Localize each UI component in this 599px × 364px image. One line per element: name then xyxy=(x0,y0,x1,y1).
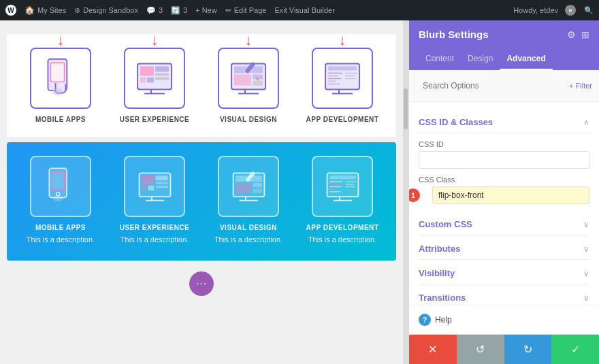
mobile-apps-icon-wrap xyxy=(30,48,91,109)
section-header-css-id-classes[interactable]: CSS ID & Classes ∧ xyxy=(419,112,589,133)
vd-icon xyxy=(228,56,269,101)
svg-rect-1 xyxy=(50,63,64,82)
dots-button[interactable]: ··· xyxy=(189,271,214,296)
admin-bar: W 🏠 My Sites ⚙ Design Sandbox 💬 3 🔄 3 + … xyxy=(0,0,599,20)
comments-count[interactable]: 💬 3 xyxy=(146,6,163,15)
blue-mobile-desc: This is a description. xyxy=(16,235,105,244)
vd-icon-wrap xyxy=(218,48,279,109)
expand-icon[interactable]: ⊞ xyxy=(581,29,589,40)
panel-content: CSS ID & Classes ∧ CSS ID CSS Class 1 Cu… xyxy=(409,102,599,305)
white-cards-section: ↓ MOBILE xyxy=(7,34,396,137)
card-visual-design: ↓ xyxy=(208,48,289,123)
css-id-label: CSS ID xyxy=(419,140,589,148)
my-sites-menu[interactable]: 🏠 My Sites xyxy=(25,5,66,15)
visibility-title: Visibility xyxy=(419,268,455,278)
scroll-thumb[interactable] xyxy=(404,88,408,129)
red-arrow-2: ↓ xyxy=(151,33,159,48)
chevron-up-icon: ∧ xyxy=(583,118,589,127)
chevron-down-icon-3: ∨ xyxy=(583,269,589,278)
svg-rect-58 xyxy=(329,176,356,180)
vd-label: VISUAL DESIGN xyxy=(220,116,277,123)
svg-rect-6 xyxy=(140,66,154,76)
exit-visual-builder[interactable]: Exit Visual Builder xyxy=(274,6,334,14)
blue-mobile-label: MOBILE APPS xyxy=(16,224,105,231)
css-id-input[interactable] xyxy=(419,151,589,169)
blue-card-appdev: APP DEVELOPMENT This is a description. xyxy=(298,156,387,244)
custom-css-title: Custom CSS xyxy=(419,219,472,229)
card-user-experience: ↓ USER xyxy=(114,48,195,123)
tab-content[interactable]: Content xyxy=(419,48,461,70)
design-sandbox-link[interactable]: ⚙ Design Sandbox xyxy=(74,6,138,14)
user-avatar: e xyxy=(565,5,576,16)
section-attributes: Attributes ∨ xyxy=(419,238,589,260)
blue-mobile-apps-icon xyxy=(30,156,91,217)
panel-title: Blurb Settings xyxy=(419,29,489,40)
blue-vd-label: VISUAL DESIGN xyxy=(204,224,293,231)
red-arrow-4: ↓ xyxy=(339,33,346,48)
float-button-area: ··· xyxy=(7,271,396,296)
mobile-apps-label: MOBILE APPS xyxy=(35,116,86,123)
svg-rect-24 xyxy=(328,66,357,70)
blue-mobile-icon xyxy=(42,166,80,207)
css-id-classes-body: CSS ID CSS Class 1 xyxy=(419,133,589,211)
tab-design[interactable]: Design xyxy=(461,48,500,70)
svg-rect-11 xyxy=(155,77,169,80)
blue-appdev-icon xyxy=(312,156,373,217)
blue-card-mobile-apps: MOBILE APPS This is a description. xyxy=(16,156,105,244)
tab-advanced[interactable]: Advanced xyxy=(500,48,552,70)
red-arrow-1: ↓ xyxy=(57,33,65,48)
section-custom-css: Custom CSS ∨ xyxy=(419,214,589,235)
search-input[interactable] xyxy=(416,76,569,96)
user-menu[interactable]: Howdy, etdev e xyxy=(513,5,576,16)
chevron-down-icon-4: ∨ xyxy=(583,293,589,303)
save-button[interactable]: ✓ xyxy=(551,335,599,364)
search-bar: + Filter xyxy=(409,70,599,102)
blue-ux-label: USER EXPERIENCE xyxy=(110,224,199,231)
help-icon: ? xyxy=(419,314,431,326)
section-header-attributes[interactable]: Attributes ∨ xyxy=(419,238,589,260)
chevron-down-icon-2: ∨ xyxy=(583,244,589,254)
section-header-custom-css[interactable]: Custom CSS ∨ xyxy=(419,214,589,235)
wp-logo[interactable]: W xyxy=(5,5,16,16)
filter-button[interactable]: + Filter xyxy=(569,82,592,90)
updates-count[interactable]: 🔄 3 xyxy=(171,6,187,15)
panel-header: Blurb Settings ⚙ ⊞ xyxy=(409,20,599,48)
panel-tabs: Content Design Advanced xyxy=(409,48,599,70)
svg-rect-7 xyxy=(140,77,146,82)
undo-button[interactable]: ↺ xyxy=(457,335,504,364)
transitions-title: Transitions xyxy=(419,293,466,303)
svg-rect-9 xyxy=(155,66,169,71)
appdev-icon-wrap xyxy=(312,48,373,109)
search-button[interactable]: 🔍 xyxy=(584,6,594,15)
blue-appdev-icon-svg xyxy=(324,168,361,205)
svg-point-4 xyxy=(52,88,63,95)
section-header-transitions[interactable]: Transitions ∨ xyxy=(419,287,589,305)
scroll-strip[interactable] xyxy=(403,20,408,364)
ux-icon-wrap xyxy=(124,48,185,109)
blue-appdev-desc: This is a description. xyxy=(298,235,387,244)
new-menu[interactable]: + New xyxy=(195,6,217,14)
panel-footer: ✕ ↺ ↻ ✓ xyxy=(409,334,599,364)
mobile-apps-icon xyxy=(40,56,81,101)
svg-rect-44 xyxy=(155,182,167,184)
card-app-development: ↓ xyxy=(302,48,383,123)
canvas: ↓ MOBILE xyxy=(0,20,403,364)
svg-rect-16 xyxy=(234,74,251,85)
svg-rect-8 xyxy=(147,77,154,82)
red-arrow-3: ↓ xyxy=(245,33,253,48)
cancel-button[interactable]: ✕ xyxy=(409,335,457,364)
css-class-input[interactable] xyxy=(432,186,589,204)
css-class-wrap: 1 xyxy=(419,186,589,204)
css-id-classes-title: CSS ID & Classes xyxy=(419,117,493,127)
chevron-down-icon-1: ∨ xyxy=(583,220,589,229)
attributes-title: Attributes xyxy=(419,244,460,254)
edit-page-link[interactable]: ✏ Edit Page xyxy=(225,6,267,15)
settings-icon[interactable]: ⚙ xyxy=(567,29,576,40)
blue-card-ux: USER EXPERIENCE This is a description. xyxy=(110,156,199,244)
svg-rect-10 xyxy=(155,73,169,76)
appdev-icon xyxy=(322,56,363,101)
section-header-visibility[interactable]: Visibility ∨ xyxy=(419,263,589,284)
redo-button[interactable]: ↻ xyxy=(504,335,552,364)
blue-card-vd: VISUAL DESIGN This is a description. xyxy=(204,156,293,244)
section-visibility: Visibility ∨ xyxy=(419,263,589,284)
